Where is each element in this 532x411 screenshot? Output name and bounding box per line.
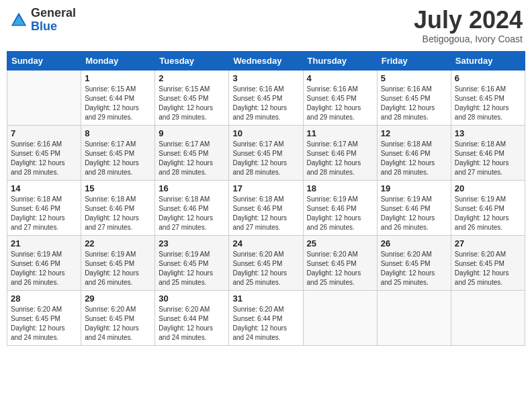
calendar-cell: 10Sunrise: 6:17 AM Sunset: 6:45 PM Dayli…	[229, 125, 303, 180]
day-number: 30	[159, 293, 225, 304]
calendar-cell: 25Sunrise: 6:20 AM Sunset: 6:45 PM Dayli…	[303, 235, 377, 290]
day-info: Sunrise: 6:20 AM Sunset: 6:44 PM Dayligh…	[159, 305, 225, 342]
calendar-cell: 28Sunrise: 6:20 AM Sunset: 6:45 PM Dayli…	[7, 290, 81, 345]
day-info: Sunrise: 6:20 AM Sunset: 6:45 PM Dayligh…	[11, 305, 77, 342]
day-info: Sunrise: 6:19 AM Sunset: 6:46 PM Dayligh…	[11, 250, 77, 287]
calendar-cell: 3Sunrise: 6:16 AM Sunset: 6:45 PM Daylig…	[229, 70, 303, 125]
calendar-cell: 15Sunrise: 6:18 AM Sunset: 6:46 PM Dayli…	[81, 180, 155, 235]
day-number: 31	[232, 293, 299, 304]
day-info: Sunrise: 6:20 AM Sunset: 6:45 PM Dayligh…	[85, 305, 151, 342]
calendar-cell: 11Sunrise: 6:17 AM Sunset: 6:46 PM Dayli…	[303, 125, 377, 180]
day-info: Sunrise: 6:20 AM Sunset: 6:44 PM Dayligh…	[232, 305, 299, 342]
day-number: 27	[455, 238, 521, 248]
day-number: 20	[455, 183, 521, 193]
logo-blue: Blue	[31, 20, 76, 34]
day-number: 29	[85, 293, 151, 304]
day-info: Sunrise: 6:19 AM Sunset: 6:46 PM Dayligh…	[381, 195, 447, 232]
calendar-cell: 4Sunrise: 6:16 AM Sunset: 6:45 PM Daylig…	[303, 70, 377, 125]
calendar-cell: 5Sunrise: 6:16 AM Sunset: 6:45 PM Daylig…	[377, 70, 451, 125]
day-number: 16	[159, 183, 225, 193]
calendar-cell: 22Sunrise: 6:19 AM Sunset: 6:45 PM Dayli…	[81, 235, 155, 290]
day-number: 24	[232, 238, 299, 248]
header-thursday: Thursday	[303, 51, 377, 70]
calendar-cell: 13Sunrise: 6:18 AM Sunset: 6:46 PM Dayli…	[451, 125, 525, 180]
day-info: Sunrise: 6:17 AM Sunset: 6:46 PM Dayligh…	[307, 140, 373, 177]
calendar-cell	[377, 290, 451, 345]
week-row-3: 21Sunrise: 6:19 AM Sunset: 6:46 PM Dayli…	[7, 235, 525, 290]
day-info: Sunrise: 6:19 AM Sunset: 6:46 PM Dayligh…	[307, 195, 373, 232]
calendar-cell: 29Sunrise: 6:20 AM Sunset: 6:45 PM Dayli…	[81, 290, 155, 345]
day-number: 17	[232, 183, 299, 193]
header-friday: Friday	[377, 51, 451, 70]
day-info: Sunrise: 6:20 AM Sunset: 6:45 PM Dayligh…	[232, 250, 299, 287]
calendar-cell	[7, 70, 81, 125]
day-number: 23	[159, 238, 225, 248]
calendar-cell: 31Sunrise: 6:20 AM Sunset: 6:44 PM Dayli…	[229, 290, 303, 345]
week-row-0: 1Sunrise: 6:15 AM Sunset: 6:44 PM Daylig…	[7, 70, 525, 125]
calendar-cell	[303, 290, 377, 345]
calendar-cell: 21Sunrise: 6:19 AM Sunset: 6:46 PM Dayli…	[7, 235, 81, 290]
calendar-cell: 6Sunrise: 6:16 AM Sunset: 6:45 PM Daylig…	[451, 70, 525, 125]
day-info: Sunrise: 6:20 AM Sunset: 6:45 PM Dayligh…	[381, 250, 447, 287]
day-info: Sunrise: 6:17 AM Sunset: 6:45 PM Dayligh…	[85, 140, 151, 177]
day-number: 28	[11, 293, 77, 304]
page-header: General Blue July 2024 Betigogoua, Ivory…	[7, 7, 525, 44]
day-number: 18	[307, 183, 373, 193]
day-info: Sunrise: 6:19 AM Sunset: 6:45 PM Dayligh…	[85, 250, 151, 287]
day-info: Sunrise: 6:20 AM Sunset: 6:45 PM Dayligh…	[307, 250, 373, 287]
logo-icon	[9, 11, 28, 30]
day-number: 8	[85, 128, 151, 138]
calendar-cell	[451, 290, 525, 345]
calendar-header: SundayMondayTuesdayWednesdayThursdayFrid…	[7, 51, 525, 70]
week-row-4: 28Sunrise: 6:20 AM Sunset: 6:45 PM Dayli…	[7, 290, 525, 345]
day-number: 5	[381, 73, 447, 83]
header-wednesday: Wednesday	[229, 51, 303, 70]
day-info: Sunrise: 6:18 AM Sunset: 6:46 PM Dayligh…	[381, 140, 447, 177]
day-number: 11	[307, 128, 373, 138]
day-info: Sunrise: 6:19 AM Sunset: 6:46 PM Dayligh…	[455, 195, 521, 232]
header-saturday: Saturday	[451, 51, 525, 70]
day-info: Sunrise: 6:17 AM Sunset: 6:45 PM Dayligh…	[159, 140, 225, 177]
day-info: Sunrise: 6:19 AM Sunset: 6:45 PM Dayligh…	[159, 250, 225, 287]
day-number: 14	[11, 183, 77, 193]
calendar-cell: 16Sunrise: 6:18 AM Sunset: 6:46 PM Dayli…	[155, 180, 229, 235]
header-tuesday: Tuesday	[155, 51, 229, 70]
calendar-cell: 2Sunrise: 6:15 AM Sunset: 6:45 PM Daylig…	[155, 70, 229, 125]
month-title: July 2024	[414, 7, 523, 34]
week-row-1: 7Sunrise: 6:16 AM Sunset: 6:45 PM Daylig…	[7, 125, 525, 180]
calendar-cell: 24Sunrise: 6:20 AM Sunset: 6:45 PM Dayli…	[229, 235, 303, 290]
day-number: 7	[11, 128, 77, 138]
calendar-cell: 12Sunrise: 6:18 AM Sunset: 6:46 PM Dayli…	[377, 125, 451, 180]
calendar-cell: 19Sunrise: 6:19 AM Sunset: 6:46 PM Dayli…	[377, 180, 451, 235]
calendar-body: 1Sunrise: 6:15 AM Sunset: 6:44 PM Daylig…	[7, 70, 525, 345]
day-number: 3	[232, 73, 299, 83]
day-number: 25	[307, 238, 373, 248]
calendar-cell: 18Sunrise: 6:19 AM Sunset: 6:46 PM Dayli…	[303, 180, 377, 235]
calendar-cell: 30Sunrise: 6:20 AM Sunset: 6:44 PM Dayli…	[155, 290, 229, 345]
header-monday: Monday	[81, 51, 155, 70]
day-number: 2	[159, 73, 225, 83]
day-number: 15	[85, 183, 151, 193]
logo-general: General	[31, 7, 76, 20]
day-info: Sunrise: 6:15 AM Sunset: 6:44 PM Dayligh…	[85, 85, 151, 122]
calendar-cell: 1Sunrise: 6:15 AM Sunset: 6:44 PM Daylig…	[81, 70, 155, 125]
day-number: 4	[307, 73, 373, 83]
logo: General Blue	[9, 7, 76, 34]
day-number: 22	[85, 238, 151, 248]
day-info: Sunrise: 6:18 AM Sunset: 6:46 PM Dayligh…	[159, 195, 225, 232]
day-info: Sunrise: 6:20 AM Sunset: 6:45 PM Dayligh…	[455, 250, 521, 287]
calendar-cell: 26Sunrise: 6:20 AM Sunset: 6:45 PM Dayli…	[377, 235, 451, 290]
week-row-2: 14Sunrise: 6:18 AM Sunset: 6:46 PM Dayli…	[7, 180, 525, 235]
day-info: Sunrise: 6:18 AM Sunset: 6:46 PM Dayligh…	[85, 195, 151, 232]
header-row: SundayMondayTuesdayWednesdayThursdayFrid…	[7, 51, 525, 70]
day-info: Sunrise: 6:16 AM Sunset: 6:45 PM Dayligh…	[307, 85, 373, 122]
day-info: Sunrise: 6:16 AM Sunset: 6:45 PM Dayligh…	[232, 85, 299, 122]
calendar-cell: 23Sunrise: 6:19 AM Sunset: 6:45 PM Dayli…	[155, 235, 229, 290]
day-number: 10	[232, 128, 299, 138]
day-number: 6	[455, 73, 521, 83]
day-number: 1	[85, 73, 151, 83]
day-number: 21	[11, 238, 77, 248]
day-number: 13	[455, 128, 521, 138]
title-area: July 2024 Betigogoua, Ivory Coast	[414, 7, 523, 44]
day-info: Sunrise: 6:18 AM Sunset: 6:46 PM Dayligh…	[11, 195, 77, 232]
